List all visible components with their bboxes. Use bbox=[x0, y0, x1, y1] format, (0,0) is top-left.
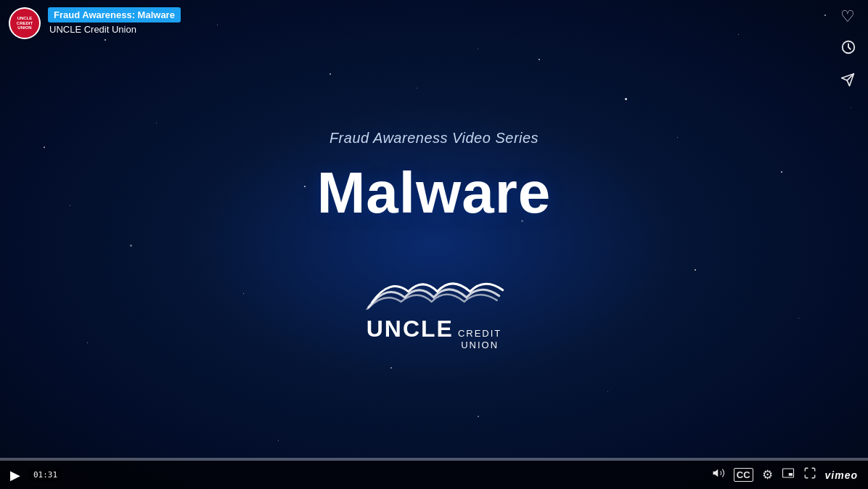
video-player: UNCLECREDITUNION Fraud Awareness: Malwar… bbox=[0, 0, 868, 489]
like-icon[interactable]: ♡ bbox=[840, 9, 856, 25]
fullscreen-icon[interactable] bbox=[803, 467, 816, 483]
avatar[interactable]: UNCLECREDITUNION bbox=[9, 7, 41, 39]
controls-row: ▶ 01:31 CC ⚙ bbox=[0, 461, 868, 489]
center-content: Fraud Awareness Video Series Malware UNC… bbox=[317, 130, 552, 350]
settings-icon[interactable]: ⚙ bbox=[762, 467, 773, 482]
union-word: UNION bbox=[458, 339, 501, 350]
volume-icon[interactable] bbox=[712, 467, 725, 483]
top-right-icons: ♡ bbox=[840, 9, 856, 90]
uncle-logo: UNCLE CREDIT UNION bbox=[317, 270, 552, 350]
logo-text-row: UNCLE CREDIT UNION bbox=[367, 316, 502, 350]
vimeo-logo[interactable]: vimeo bbox=[825, 469, 858, 481]
video-subtitle: Fraud Awareness Video Series bbox=[317, 130, 552, 147]
play-button[interactable]: ▶ bbox=[10, 467, 20, 483]
credit-union-block: CREDIT UNION bbox=[458, 328, 501, 350]
svg-rect-3 bbox=[788, 473, 792, 476]
title-block: Fraud Awareness: Malware UNCLE Credit Un… bbox=[48, 7, 181, 35]
pip-icon[interactable] bbox=[782, 467, 795, 483]
time-display: 01:31 bbox=[29, 469, 62, 481]
captions-icon[interactable]: CC bbox=[734, 468, 753, 482]
history-icon[interactable] bbox=[840, 39, 856, 58]
video-main-title: Malware bbox=[317, 160, 552, 226]
avatar-inner: UNCLECREDITUNION bbox=[10, 9, 39, 38]
credit-word: CREDIT bbox=[458, 328, 501, 340]
svg-marker-1 bbox=[713, 469, 718, 477]
progress-bar-container[interactable] bbox=[0, 458, 868, 461]
bottom-controls: ▶ 01:31 CC ⚙ bbox=[0, 458, 868, 489]
channel-info: UNCLECREDITUNION Fraud Awareness: Malwar… bbox=[9, 7, 181, 39]
share-icon[interactable] bbox=[840, 73, 856, 90]
uncle-logo-svg bbox=[351, 270, 517, 310]
uncle-word: UNCLE bbox=[367, 316, 454, 342]
top-bar: UNCLECREDITUNION Fraud Awareness: Malwar… bbox=[0, 0, 868, 46]
channel-name[interactable]: UNCLE Credit Union bbox=[48, 24, 181, 35]
video-title-badge[interactable]: Fraud Awareness: Malware bbox=[48, 7, 181, 22]
